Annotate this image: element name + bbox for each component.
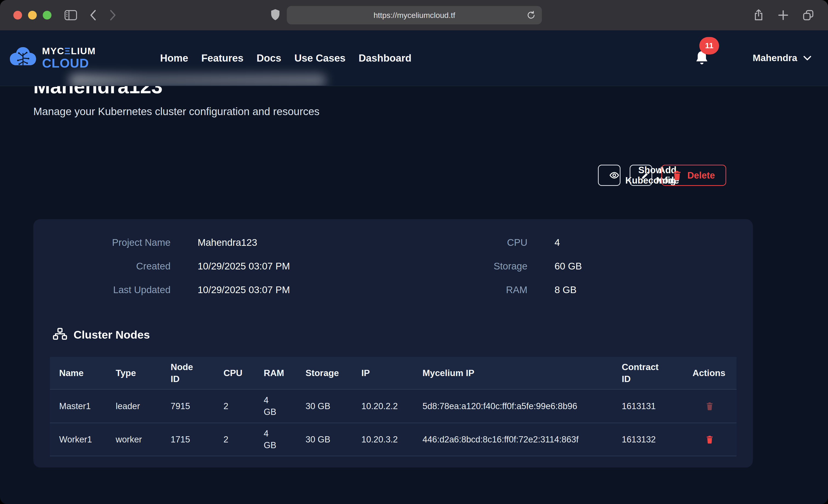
last-updated-label: Last Updated <box>41 284 170 296</box>
table-row: Worker1 worker 1715 2 4 GB 30 GB 10.20.3… <box>50 423 737 456</box>
delete-node-icon[interactable] <box>693 402 713 410</box>
notification-count-badge: 11 <box>699 37 719 54</box>
last-updated-value: 10/29/2025 03:07 PM <box>198 284 401 296</box>
cluster-nodes-heading: Cluster Nodes <box>74 328 150 341</box>
col-node-id: Node ID <box>171 361 223 385</box>
page-subtitle: Manage your Kubernetes cluster configura… <box>33 105 753 118</box>
close-window-button[interactable] <box>13 11 22 19</box>
tab-overview-icon[interactable] <box>802 9 814 21</box>
network-nodes-icon <box>53 328 67 342</box>
node-ram: 4 GB <box>264 428 306 451</box>
node-ip: 10.20.2.2 <box>362 401 423 411</box>
notifications-button[interactable]: 11 <box>695 50 709 66</box>
node-ip: 10.20.3.2 <box>362 435 423 445</box>
back-icon[interactable] <box>89 9 98 22</box>
trash-icon <box>673 170 681 180</box>
reload-icon[interactable] <box>526 10 536 20</box>
ram-label: RAM <box>401 284 527 296</box>
user-name: Mahendra <box>753 53 797 64</box>
project-name-value: Mahendra123 <box>198 236 401 249</box>
cluster-details-panel: Project Name Mahendra123 Created 10/29/2… <box>33 219 753 467</box>
cpu-value: 4 <box>554 236 582 249</box>
site-navbar: MYCΞLIUM CLOUD Home Features Docs Use Ca… <box>0 30 828 86</box>
nav-links: Home Features Docs Use Cases Dashboard <box>160 52 412 64</box>
node-ram: 4 GB <box>264 394 306 418</box>
nav-link-features[interactable]: Features <box>201 52 243 64</box>
col-name: Name <box>59 368 116 378</box>
node-contract-id: 1613131 <box>622 401 693 411</box>
logo-wordmark: MYCΞLIUM CLOUD <box>42 46 96 70</box>
node-contract-id: 1613132 <box>622 435 693 445</box>
col-actions: Actions <box>693 368 727 378</box>
created-value: 10/29/2025 03:07 PM <box>198 260 401 273</box>
node-id: 1715 <box>171 435 223 445</box>
cluster-info-right: CPU 4 Storage 60 GB RAM 8 GB <box>401 236 582 296</box>
created-label: Created <box>41 260 170 273</box>
node-type: worker <box>116 435 171 445</box>
nav-link-docs[interactable]: Docs <box>256 52 281 64</box>
cluster-info-left: Project Name Mahendra123 Created 10/29/2… <box>41 236 401 296</box>
nav-link-dashboard[interactable]: Dashboard <box>359 52 412 64</box>
cluster-page: Mahendra123 Manage your Kubernetes clust… <box>0 76 828 467</box>
col-cpu: CPU <box>223 368 264 378</box>
node-id: 7915 <box>171 401 223 411</box>
privacy-shield-icon[interactable] <box>270 9 281 22</box>
delete-node-icon[interactable] <box>693 435 713 444</box>
add-node-button[interactable]: Add Node <box>630 165 652 186</box>
minimize-window-button[interactable] <box>28 11 37 19</box>
share-icon[interactable] <box>753 9 764 22</box>
cloud-tree-logo-icon <box>8 46 38 70</box>
col-contract-id: Contract ID <box>622 361 693 385</box>
storage-label: Storage <box>401 260 527 273</box>
col-type: Type <box>116 368 171 378</box>
nav-link-home[interactable]: Home <box>160 52 188 64</box>
zoom-window-button[interactable] <box>43 11 51 19</box>
sidebar-toggle-icon[interactable] <box>64 10 77 20</box>
table-row: Master1 leader 7915 2 4 GB 30 GB 10.20.2… <box>50 389 737 423</box>
delete-cluster-button[interactable]: Delete <box>661 165 726 186</box>
browser-toolbar: https://myceliumcloud.tf <box>0 0 828 30</box>
node-cpu: 2 <box>223 435 264 445</box>
col-mycelium-ip: Mycelium IP <box>423 368 622 378</box>
col-ip: IP <box>362 368 423 378</box>
show-kubeconfig-button[interactable]: Show Kubeconfig <box>598 165 620 186</box>
cpu-label: CPU <box>401 236 527 249</box>
forward-icon[interactable] <box>108 9 117 22</box>
project-name-label: Project Name <box>41 236 170 249</box>
node-mycelium-ip: 5d8:78ea:a120:f40c:ff0f:a5fe:99e6:8b96 <box>423 401 622 412</box>
storage-value: 60 GB <box>554 260 582 273</box>
eye-icon <box>609 170 619 180</box>
cluster-actions: Show Kubeconfig Add Node Delete <box>33 165 726 186</box>
user-menu[interactable]: Mahendra <box>753 53 812 64</box>
new-tab-plus-icon[interactable] <box>778 9 789 21</box>
node-name: Master1 <box>59 401 116 411</box>
node-storage: 30 GB <box>306 435 362 445</box>
node-cpu: 2 <box>223 401 264 411</box>
nav-link-use-cases[interactable]: Use Cases <box>294 52 346 64</box>
address-bar[interactable]: https://myceliumcloud.tf <box>287 6 542 24</box>
node-storage: 30 GB <box>306 401 362 411</box>
node-name: Worker1 <box>59 435 116 445</box>
col-ram: RAM <box>264 368 306 378</box>
browser-window: https://myceliumcloud.tf <box>0 0 828 504</box>
node-type: leader <box>116 401 171 411</box>
ram-value: 8 GB <box>554 284 582 296</box>
blurred-overlay <box>69 74 326 86</box>
node-mycelium-ip: 446:d2a6:8bcd:8c16:ff0f:72e2:3114:863f <box>423 434 622 446</box>
chevron-down-icon <box>803 55 812 61</box>
col-storage: Storage <box>306 368 362 378</box>
mycelium-cloud-logo[interactable]: MYCΞLIUM CLOUD <box>8 46 96 70</box>
url-text: https://myceliumcloud.tf <box>373 11 455 20</box>
table-header-row: Name Type Node ID CPU RAM Storage IP Myc… <box>50 357 737 389</box>
cluster-nodes-table: Name Type Node ID CPU RAM Storage IP Myc… <box>50 357 737 456</box>
pencil-icon <box>641 171 650 180</box>
window-controls <box>13 11 51 19</box>
